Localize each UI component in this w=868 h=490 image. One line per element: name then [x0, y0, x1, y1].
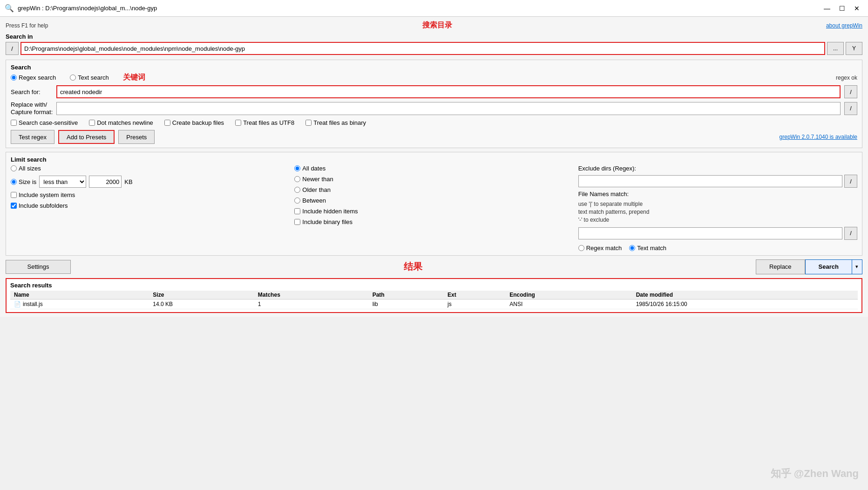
exclude-dirs-slash-btn[interactable]: /	[844, 175, 857, 188]
file-names-input[interactable]	[578, 227, 842, 239]
all-dates-option[interactable]: All dates	[294, 165, 573, 172]
path-input[interactable]	[20, 42, 825, 55]
col-path: Path	[369, 291, 444, 299]
size-is-radio[interactable]	[11, 179, 17, 185]
all-sizes-radio[interactable]	[11, 165, 17, 171]
regex-search-option[interactable]: Regex search	[11, 74, 56, 81]
app-icon: 🔍	[5, 4, 14, 13]
file-names-row: /	[578, 227, 857, 240]
newer-than-option[interactable]: Newer than	[294, 176, 573, 183]
maximize-button[interactable]: ☐	[835, 3, 848, 14]
minimize-button[interactable]: —	[821, 3, 834, 14]
treat-binary-label: Treat files as binary	[313, 119, 366, 126]
results-table: Name Size Matches Path Ext Encoding Date…	[10, 291, 858, 309]
col-ext: Ext	[444, 291, 506, 299]
treat-binary-option[interactable]: Treat files as binary	[305, 119, 366, 126]
regex-match-option[interactable]: Regex match	[578, 245, 622, 252]
limit-col-3: Exclude dirs (Regex): / File Names match…	[578, 165, 857, 251]
case-sensitive-label: Search case-sensitive	[19, 119, 78, 126]
search-in-label: Search in	[6, 33, 862, 40]
include-binary-option[interactable]: Include binary files	[294, 218, 573, 225]
main-container: Press F1 for help 搜索目录 about grepWin Sea…	[0, 17, 868, 317]
search-button[interactable]: Search	[805, 259, 852, 274]
include-subfolders-option[interactable]: Include subfolders	[11, 202, 290, 209]
include-binary-checkbox[interactable]	[294, 219, 300, 225]
text-match-radio[interactable]	[629, 245, 635, 251]
create-backup-label: Create backup files	[172, 119, 224, 126]
older-than-option[interactable]: Older than	[294, 186, 573, 193]
search-for-input[interactable]	[56, 85, 841, 98]
exclude-dirs-input[interactable]	[578, 175, 842, 187]
keyword-annotation: 关键词	[123, 73, 145, 82]
search-dir-annotation: 搜索目录	[422, 20, 452, 30]
include-system-option[interactable]: Include system items	[11, 191, 290, 198]
regex-match-label: Regex match	[586, 245, 622, 252]
case-sensitive-checkbox[interactable]	[11, 120, 17, 126]
slash-button[interactable]: /	[6, 42, 19, 55]
all-sizes-label: All sizes	[19, 165, 41, 172]
file-names-slash-btn[interactable]: /	[844, 227, 857, 240]
replace-button[interactable]: Replace	[756, 259, 805, 274]
treat-utf8-option[interactable]: Treat files as UTF8	[235, 119, 294, 126]
replace-slash-btn[interactable]: /	[844, 102, 857, 115]
search-in-section: Search in / ... Y	[6, 33, 862, 55]
limit-label: Limit search	[11, 156, 857, 163]
include-hidden-option[interactable]: Include hidden items	[294, 208, 573, 215]
regex-match-radio[interactable]	[578, 245, 584, 251]
title-text: grepWin : D:\Programs\nodejs\global_m...…	[18, 5, 157, 12]
match-radio-row: Regex match Text match	[578, 245, 857, 252]
dot-newline-checkbox[interactable]	[89, 120, 95, 126]
between-option[interactable]: Between	[294, 197, 573, 204]
size-comparison-select[interactable]: less than greater than	[39, 176, 86, 188]
include-subfolders-checkbox[interactable]	[11, 203, 17, 209]
text-match-option[interactable]: Text match	[629, 245, 666, 252]
replace-row: Replace with/Capture format: /	[11, 101, 857, 116]
size-is-option[interactable]: Size is	[11, 178, 36, 185]
newer-than-radio[interactable]	[294, 176, 300, 182]
include-subfolders-label: Include subfolders	[19, 202, 68, 209]
older-than-radio[interactable]	[294, 187, 300, 193]
browse-button[interactable]: ...	[827, 42, 844, 55]
pin-button[interactable]: Y	[846, 42, 862, 55]
all-dates-radio[interactable]	[294, 165, 300, 171]
test-regex-button[interactable]: Test regex	[11, 130, 54, 144]
presets-button[interactable]: Presets	[118, 130, 155, 144]
table-row[interactable]: 📄install.js 14.0 KB 1 lib js ANSI 1985/1…	[10, 299, 858, 309]
about-link[interactable]: about grepWin	[826, 22, 862, 29]
add-to-presets-button[interactable]: Add to Presets	[58, 130, 115, 144]
close-button[interactable]: ✕	[850, 3, 863, 14]
cell-path: lib	[369, 299, 444, 309]
case-sensitive-option[interactable]: Search case-sensitive	[11, 119, 78, 126]
results-title: Search results	[10, 282, 858, 289]
search-label: Search	[11, 64, 857, 71]
results-thead: Name Size Matches Path Ext Encoding Date…	[10, 291, 858, 299]
dot-newline-option[interactable]: Dot matches newline	[89, 119, 153, 126]
between-label: Between	[302, 197, 326, 204]
text-search-option[interactable]: Text search	[70, 74, 108, 81]
cell-size: 14.0 KB	[149, 299, 254, 309]
include-hidden-checkbox[interactable]	[294, 208, 300, 214]
file-names-label: File Names match:	[578, 191, 857, 197]
search-for-slash-btn[interactable]: /	[844, 85, 857, 98]
include-system-checkbox[interactable]	[11, 192, 17, 198]
update-link[interactable]: grepWin 2.0.7.1040 is available	[780, 134, 857, 140]
regex-radio[interactable]	[11, 75, 17, 81]
between-radio[interactable]	[294, 197, 300, 204]
text-radio[interactable]	[70, 75, 76, 81]
create-backup-checkbox[interactable]	[164, 120, 170, 126]
size-value-input[interactable]	[89, 176, 122, 188]
title-bar: 🔍 grepWin : D:\Programs\nodejs\global_m.…	[0, 0, 868, 17]
treat-binary-checkbox[interactable]	[305, 120, 312, 126]
bottom-row: Settings 结果 Replace Search ▾	[6, 259, 862, 274]
size-is-label: Size is	[19, 178, 36, 185]
include-binary-label: Include binary files	[302, 218, 353, 225]
limit-section: Limit search All sizes Size is less than…	[6, 152, 862, 255]
result-annotation: 结果	[404, 260, 422, 273]
all-sizes-option[interactable]: All sizes	[11, 165, 290, 172]
settings-button[interactable]: Settings	[6, 260, 71, 274]
create-backup-option[interactable]: Create backup files	[164, 119, 224, 126]
replace-input[interactable]	[56, 102, 841, 115]
treat-utf8-checkbox[interactable]	[235, 120, 241, 126]
search-dropdown-button[interactable]: ▾	[852, 259, 862, 274]
text-search-label: Text search	[78, 74, 108, 81]
